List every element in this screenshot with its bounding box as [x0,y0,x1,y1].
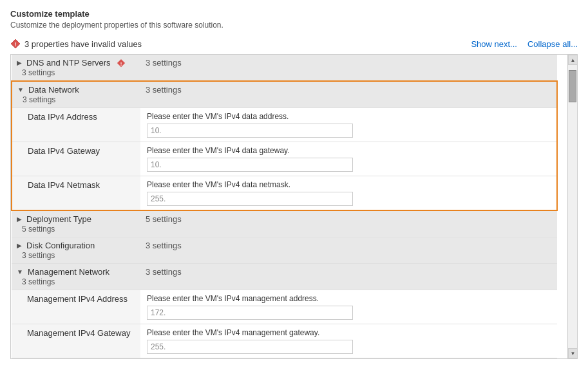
field-label-data-network-2: Data IPv4 Netmask [12,176,140,211]
field-label-data-network-0: Data IPv4 Address [12,108,140,142]
section-label-disk-configuration[interactable]: ▶Disk Configuration [17,241,135,250]
section-label-data-network[interactable]: ▼Data Network [17,85,135,95]
section-title-management-network: Management Network [28,267,109,277]
error-left: ! 3 properties have invalid values [10,39,142,49]
section-count-dns-ntp: 3 settings [22,68,55,77]
section-title-disk-configuration: Disk Configuration [26,241,95,250]
scroll-thumb[interactable] [569,70,576,102]
chevron-deployment-type[interactable]: ▶ [17,216,22,223]
section-label-deployment-type[interactable]: ▶Deployment Type [17,214,135,224]
section-count-disk-configuration: 3 settings [22,251,55,260]
page-container: Customize template Customize the deploym… [0,0,588,359]
scrollbar[interactable]: ▲ ▼ [567,55,577,358]
section-row-management-network: ▼Management Network3 settings3 settings [12,264,557,290]
field-description-management-network-1: Please enter the VM's IPv4 management ga… [147,328,551,337]
field-input-management-network-0[interactable] [147,306,353,320]
chevron-management-network[interactable]: ▼ [17,268,23,275]
section-count-deployment-type: 5 settings [22,225,55,234]
section-title-dns-ntp: DNS and NTP Servers [26,58,111,68]
svg-text:!: ! [120,60,122,66]
field-description-data-network-0: Please enter the VM's IPv4 data address. [147,112,550,121]
field-description-data-network-2: Please enter the VM's IPv4 data netmask. [147,180,550,189]
field-row-management-network-0: Management IPv4 AddressPlease enter the … [12,290,557,324]
field-value-cell-data-network-0: Please enter the VM's IPv4 data address. [140,108,557,142]
svg-text:!: ! [15,41,17,48]
field-label-management-network-1: Management IPv4 Gateway [12,324,140,358]
section-title-deployment-type: Deployment Type [26,214,91,224]
section-count-cell-dns-ntp: 3 settings [140,55,557,81]
section-row-dns-ntp: ▶DNS and NTP Servers!3 settings3 setting… [12,55,557,81]
page-title: Customize template [10,9,578,19]
field-row-management-network-1: Management IPv4 GatewayPlease enter the … [12,324,557,358]
table-area: ▶DNS and NTP Servers!3 settings3 setting… [11,55,567,358]
field-input-data-network-1[interactable] [147,158,353,172]
field-description-data-network-1: Please enter the VM's IPv4 data gateway. [147,146,550,155]
section-count-cell-data-network: 3 settings [140,81,557,108]
show-next-button[interactable]: Show next... [471,39,517,49]
error-icon: ! [10,39,21,49]
section-count-data-network: 3 settings [23,95,55,104]
scroll-down-arrow[interactable]: ▼ [568,348,578,358]
field-label-management-network-0: Management IPv4 Address [12,290,140,324]
error-message: 3 properties have invalid values [24,39,142,49]
chevron-data-network[interactable]: ▼ [17,86,24,93]
field-input-management-network-1[interactable] [147,340,353,354]
section-count-cell-deployment-type: 5 settings [140,210,557,237]
field-row-data-network-0: Data IPv4 AddressPlease enter the VM's I… [12,108,557,142]
page-subtitle: Customize the deployment properties of t… [10,21,578,30]
section-count-cell-management-network: 3 settings [140,264,557,290]
section-warning-icon: ! [117,59,126,68]
chevron-dns-ntp[interactable]: ▶ [17,59,22,66]
field-description-management-network-0: Please enter the VM's IPv4 management ad… [147,294,551,303]
section-label-management-network[interactable]: ▼Management Network [17,267,135,277]
field-label-data-network-1: Data IPv4 Gateway [12,142,140,176]
field-row-data-network-1: Data IPv4 GatewayPlease enter the VM's I… [12,142,557,176]
error-actions: Show next... Collapse all... [471,39,578,49]
field-value-cell-data-network-1: Please enter the VM's IPv4 data gateway. [140,142,557,176]
main-layout-inner: ▶DNS and NTP Servers!3 settings3 setting… [11,55,577,358]
scroll-up-arrow[interactable]: ▲ [568,55,578,65]
chevron-disk-configuration[interactable]: ▶ [17,242,22,249]
main-layout: ▶DNS and NTP Servers!3 settings3 setting… [10,54,578,359]
collapse-all-button[interactable]: Collapse all... [527,39,578,49]
scroll-track[interactable] [568,65,577,348]
section-row-deployment-type: ▶Deployment Type5 settings5 settings [12,210,557,237]
settings-table: ▶DNS and NTP Servers!3 settings3 setting… [11,55,558,358]
section-label-dns-ntp[interactable]: ▶DNS and NTP Servers! [17,58,135,68]
field-value-cell-data-network-2: Please enter the VM's IPv4 data netmask. [140,176,557,211]
section-row-data-network: ▼Data Network3 settings3 settings [12,81,557,108]
field-value-cell-management-network-1: Please enter the VM's IPv4 management ga… [140,324,557,358]
section-row-disk-configuration: ▶Disk Configuration3 settings3 settings [12,237,557,264]
field-value-cell-management-network-0: Please enter the VM's IPv4 management ad… [140,290,557,324]
section-title-data-network: Data Network [28,85,79,95]
section-count-cell-disk-configuration: 3 settings [140,237,557,264]
field-input-data-network-2[interactable] [147,192,353,206]
error-bar: ! 3 properties have invalid values Show … [10,36,578,54]
field-row-data-network-2: Data IPv4 NetmaskPlease enter the VM's I… [12,176,557,211]
section-count-management-network: 3 settings [22,277,55,286]
field-input-data-network-0[interactable] [147,124,353,138]
